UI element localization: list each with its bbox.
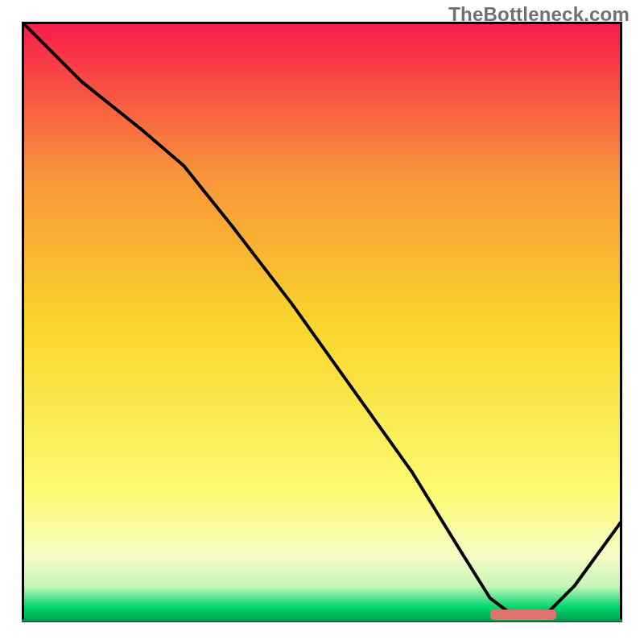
chart-root: TheBottleneck.com	[0, 0, 644, 644]
chart-overlay	[22, 22, 622, 622]
bottleneck-curve	[22, 22, 622, 617]
optimal-marker	[490, 609, 556, 620]
plot-area	[22, 22, 622, 622]
plot-border	[23, 23, 621, 621]
